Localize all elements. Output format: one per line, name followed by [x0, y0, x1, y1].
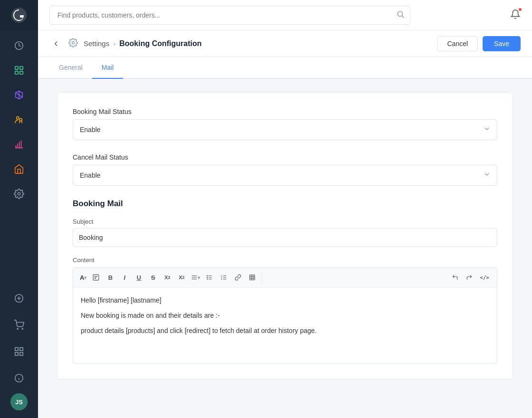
marketing-icon: [14, 164, 24, 174]
tab-general[interactable]: General: [49, 57, 92, 79]
editor-line-1: Hello [firstname] [lastname]: [81, 295, 489, 306]
sidebar-item-settings[interactable]: [6, 182, 32, 205]
notification-badge: [518, 7, 522, 12]
toolbar-divider: [262, 273, 262, 282]
booking-mail-section-title: Booking Mail: [73, 199, 497, 209]
breadcrumb-parent: Settings: [84, 39, 109, 48]
rich-text-editor: A▾ B I U S X2 X2: [73, 267, 497, 364]
cancel-mail-status-select[interactable]: Enable: [73, 165, 497, 186]
breadcrumb-current: Booking Configuration: [119, 39, 201, 48]
sidebar-item-customers[interactable]: [6, 108, 32, 131]
search-box: [49, 6, 410, 25]
app-logo-icon: [10, 7, 28, 24]
dashboard-icon: [14, 40, 24, 51]
ordered-list-button[interactable]: 1.2.3.: [217, 271, 230, 284]
subheader: Settings › Booking Configuration Cancel …: [38, 30, 532, 57]
sidebar-item-products[interactable]: [6, 84, 32, 106]
cancel-button[interactable]: Cancel: [437, 36, 478, 51]
svg-rect-16: [15, 352, 18, 355]
booking-mail-status-select-wrapper: Enable: [73, 119, 497, 140]
svg-rect-40: [250, 275, 255, 280]
bold-button[interactable]: B: [104, 271, 117, 284]
editor-toolbar: A▾ B I U S X2 X2: [73, 268, 497, 287]
undo-button[interactable]: [448, 271, 462, 284]
svg-rect-15: [20, 348, 23, 351]
subscript-button[interactable]: X2: [175, 271, 188, 284]
strikethrough-button[interactable]: S: [146, 271, 160, 284]
settings-icon: [14, 189, 24, 199]
svg-point-21: [398, 11, 403, 17]
booking-mail-status-select[interactable]: Enable: [73, 119, 497, 140]
svg-rect-5: [20, 71, 23, 74]
underline-button[interactable]: U: [132, 271, 145, 284]
main-content: Settings › Booking Configuration Cancel …: [38, 0, 532, 418]
subject-label: Subject: [73, 218, 497, 225]
sidebar-item-marketing[interactable]: [6, 158, 32, 180]
tab-bar: General Mail: [38, 57, 532, 79]
sidebar-item-add[interactable]: [6, 287, 32, 310]
info-icon: [14, 373, 24, 383]
settings-gear-button[interactable]: [68, 38, 78, 49]
link-button[interactable]: [231, 271, 245, 284]
editor-line-2: New booking is made on and their details…: [81, 310, 489, 322]
sidebar-logo: [0, 0, 38, 30]
reports-icon: [14, 139, 24, 150]
topbar-actions: [510, 9, 521, 21]
redo-button[interactable]: [463, 271, 476, 284]
svg-line-22: [402, 16, 404, 18]
search-icon[interactable]: [396, 10, 405, 20]
align-button[interactable]: ▾: [189, 271, 202, 284]
products-icon: [14, 90, 24, 100]
toolbar-right: </>: [448, 271, 492, 284]
table-button[interactable]: [246, 271, 259, 284]
code-button[interactable]: </>: [477, 271, 492, 284]
cancel-mail-status-label: Cancel Mail Status: [73, 153, 497, 161]
svg-point-23: [72, 41, 75, 44]
subject-input[interactable]: [73, 228, 497, 247]
svg-point-8: [18, 192, 20, 195]
italic-button[interactable]: I: [118, 271, 131, 284]
svg-point-32: [207, 277, 208, 277]
topbar: [38, 0, 532, 30]
svg-point-33: [207, 279, 208, 279]
breadcrumb: Settings › Booking Configuration: [84, 39, 431, 48]
svg-point-6: [17, 117, 19, 120]
booking-mail-status-group: Booking Mail Status Enable: [73, 108, 497, 140]
grid-icon: [14, 346, 24, 357]
svg-point-13: [22, 328, 23, 329]
cancel-mail-status-group: Cancel Mail Status Enable: [73, 153, 497, 186]
sidebar-item-cart[interactable]: [6, 314, 32, 336]
back-icon: [52, 39, 60, 48]
tab-mail[interactable]: Mail: [92, 57, 124, 79]
save-button[interactable]: Save: [483, 36, 521, 51]
sidebar-item-grid[interactable]: [6, 340, 32, 363]
sidebar-item-dashboard[interactable]: [6, 34, 32, 57]
svg-rect-2: [15, 66, 18, 69]
back-button[interactable]: [49, 37, 63, 50]
sidebar-bottom: JS: [6, 287, 32, 418]
highlight-button[interactable]: [89, 271, 103, 284]
sidebar: JS: [0, 0, 38, 418]
user-avatar[interactable]: JS: [10, 393, 28, 410]
add-icon: [14, 293, 24, 304]
customers-icon: [14, 114, 24, 125]
editor-body[interactable]: Hello [firstname] [lastname] New booking…: [73, 287, 497, 363]
sidebar-item-reports[interactable]: [6, 133, 32, 156]
unordered-list-button[interactable]: [203, 271, 216, 284]
form-card: Booking Mail Status Enable Cancel Mail S…: [57, 92, 513, 380]
svg-rect-14: [15, 348, 18, 351]
svg-point-12: [17, 328, 18, 329]
svg-point-31: [207, 276, 208, 276]
font-button[interactable]: A▾: [78, 271, 88, 284]
notification-button[interactable]: [510, 9, 521, 21]
content-area: Booking Mail Status Enable Cancel Mail S…: [38, 79, 532, 418]
content-label: Content: [73, 256, 497, 264]
cart-icon: [14, 320, 24, 330]
sidebar-item-orders[interactable]: [6, 59, 32, 82]
breadcrumb-separator: ›: [113, 39, 115, 48]
search-input[interactable]: [49, 6, 410, 25]
svg-text:3.: 3.: [221, 278, 223, 280]
gear-icon: [68, 38, 78, 48]
superscript-button[interactable]: X2: [161, 271, 174, 284]
sidebar-item-info[interactable]: [6, 367, 32, 390]
